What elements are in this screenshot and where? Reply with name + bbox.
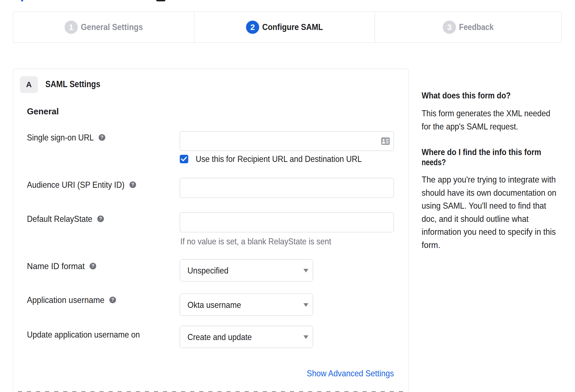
caret-down-icon — [303, 335, 308, 339]
help-icon[interactable]: ? — [99, 134, 105, 141]
step-general-settings[interactable]: 1 General Settings — [13, 12, 194, 43]
step-3-label-box: Feedback — [459, 22, 494, 32]
update-application-username-select[interactable]: Create and update — [180, 326, 313, 348]
single-sign-on-url-label: Single sign-on URL — [27, 133, 94, 142]
step-3-label: Feedback — [459, 22, 494, 32]
field-label-name-id-format: Name ID format ? — [27, 262, 96, 270]
step-2-circle: 2 — [246, 21, 259, 34]
audience-uri-label: Audience URI (SP Entity ID) — [27, 180, 125, 189]
step-1-circle: 1 — [65, 21, 78, 34]
contact-card-icon[interactable] — [381, 137, 390, 146]
step-2-label: Configure SAML — [262, 22, 323, 32]
update-application-username-label: Update application username on — [27, 330, 140, 339]
default-relaystate-label: Default RelayState — [27, 214, 92, 223]
section-badge: A — [20, 76, 38, 93]
show-advanced-settings-link[interactable]: Show Advanced Settings — [307, 369, 394, 378]
sidebar-what-heading: What does this form do? — [422, 90, 525, 101]
step-3-circle: 3 — [443, 21, 456, 34]
audience-uri-input[interactable] — [180, 178, 394, 198]
caret-down-icon — [303, 269, 308, 272]
field-label-application-username: Application username ? — [27, 296, 116, 304]
help-icon[interactable]: ? — [109, 297, 116, 303]
name-id-format-label: Name ID format — [27, 262, 85, 270]
relaystate-helper-text: If no value is set, a blank RelayState i… — [180, 237, 350, 246]
group-heading-general: General — [27, 107, 60, 116]
application-username-label: Application username — [27, 296, 104, 304]
help-icon[interactable]: ? — [129, 181, 136, 188]
single-sign-on-url-input[interactable] — [180, 131, 394, 151]
section-title: SAML Settings — [45, 79, 109, 89]
help-icon[interactable]: ? — [90, 263, 96, 269]
recipient-url-checkbox[interactable] — [180, 155, 188, 163]
caret-down-icon — [303, 303, 308, 307]
step-configure-saml[interactable]: 2 Configure SAML — [194, 12, 374, 43]
wizard-stepper: 1 General Settings 2 Configure SAML 3 Fe… — [13, 12, 562, 43]
recipient-url-checkbox-label: Use this for Recipient URL and Destinati… — [196, 154, 383, 163]
sidebar-what-body: This form generates the XML needed for t… — [422, 107, 566, 133]
step-feedback[interactable]: 3 Feedback — [375, 12, 562, 43]
default-relaystate-input[interactable] — [180, 212, 394, 232]
step-1-label-box: General Settings — [81, 22, 143, 32]
step-1-label: General Settings — [81, 22, 143, 32]
field-label-update-application-username: Update application username on — [27, 330, 140, 339]
help-icon[interactable]: ? — [97, 216, 104, 222]
application-username-select[interactable]: Okta username — [180, 294, 313, 316]
recipient-url-checkbox-row: Use this for Recipient URL and Destinati… — [180, 154, 383, 163]
page-title-fragment-black — [156, 0, 165, 1]
field-label-audience-uri: Audience URI (SP Entity ID) ? — [27, 180, 136, 189]
field-label-default-relaystate: Default RelayState ? — [27, 214, 104, 223]
step-2-label-box: Configure SAML — [262, 22, 323, 32]
name-id-format-select[interactable]: Unspecified — [180, 259, 313, 281]
saml-settings-panel: A SAML Settings General Single sign-on U… — [13, 69, 409, 392]
sidebar-where-heading: Where do I find the info this form needs… — [422, 147, 559, 167]
page-title-fragment-blue — [21, 0, 23, 1]
field-label-single-sign-on-url: Single sign-on URL ? — [27, 133, 105, 142]
sidebar-where-body: The app you're trying to integrate with … — [422, 173, 571, 252]
